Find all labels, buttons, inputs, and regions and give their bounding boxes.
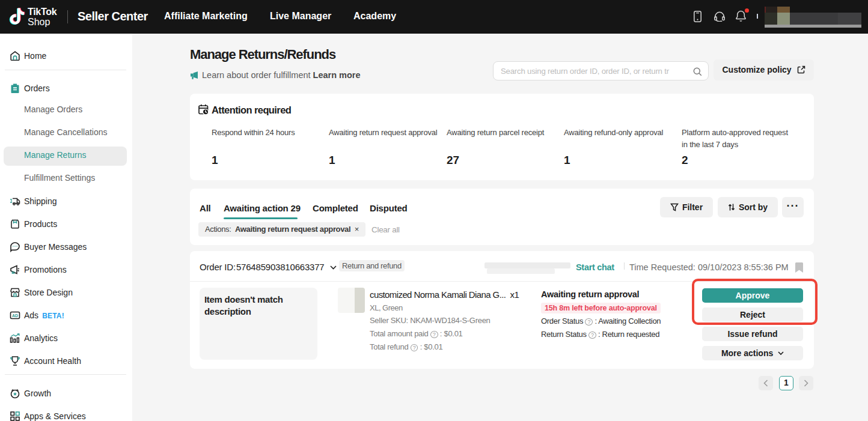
svg-text:AD: AD xyxy=(12,313,18,318)
